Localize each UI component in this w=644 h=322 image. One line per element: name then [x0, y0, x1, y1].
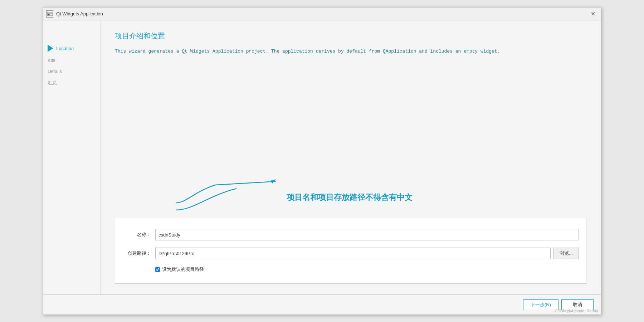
content-wrapper: 项目介绍和位置 This wizard generates a Qt Widge…	[101, 20, 601, 294]
title-bar: Qt Widgets Application ✕	[43, 8, 601, 20]
location-arrow-icon	[48, 45, 53, 52]
close-button[interactable]: ✕	[588, 9, 598, 19]
svg-marker-2	[48, 14, 50, 15]
default-path-label: 设为默认的项目路径	[162, 266, 204, 273]
name-row: 名称：	[122, 229, 579, 240]
cancel-button[interactable]: 取消	[561, 299, 594, 310]
sidebar-item-kits-label: Kits	[48, 58, 55, 63]
window-icon	[46, 10, 53, 18]
spacer	[115, 66, 586, 218]
sidebar-item-summary[interactable]: 汇总	[43, 77, 100, 89]
sidebar: Location Kits Details 汇总	[43, 20, 101, 294]
dialog-footer: 下一步(N) 取消	[43, 294, 601, 314]
window-title: Qt Widgets Application	[56, 11, 103, 16]
svg-rect-0	[47, 12, 52, 16]
description-text: This wizard generates a Qt Widgets Appli…	[115, 48, 586, 55]
sidebar-item-summary-label: 汇总	[48, 80, 57, 86]
path-row: 创建路径： 浏览...	[122, 248, 579, 259]
title-bar-left: Qt Widgets Application	[46, 10, 103, 18]
sidebar-item-location[interactable]: Location	[43, 42, 100, 55]
sidebar-item-location-label: Location	[56, 46, 74, 51]
section-title: 项目介绍和位置	[115, 31, 586, 41]
dialog-body: Location Kits Details 汇总 项目介绍和位置 This wi…	[43, 20, 601, 294]
content-area: 项目介绍和位置 This wizard generates a Qt Widge…	[101, 20, 601, 294]
path-label: 创建路径：	[122, 250, 151, 257]
sidebar-item-details-label: Details	[48, 69, 62, 74]
dialog-window: Qt Widgets Application ✕ Location Kits D…	[43, 7, 601, 315]
checkbox-row: 设为默认的项目路径	[155, 266, 579, 273]
sidebar-item-details[interactable]: Details	[43, 66, 100, 77]
sidebar-item-kits[interactable]: Kits	[43, 55, 100, 66]
form-area: 名称： 创建路径： 浏览... 设为默认的项目路径	[115, 218, 586, 284]
name-input[interactable]	[155, 229, 579, 240]
default-path-checkbox[interactable]	[155, 267, 160, 272]
watermark: CSDN @Attitude_Rabbit	[555, 309, 598, 313]
browse-button[interactable]: 浏览...	[553, 248, 579, 259]
name-label: 名称：	[122, 231, 151, 238]
path-input[interactable]	[155, 248, 551, 259]
next-button[interactable]: 下一步(N)	[523, 299, 558, 310]
